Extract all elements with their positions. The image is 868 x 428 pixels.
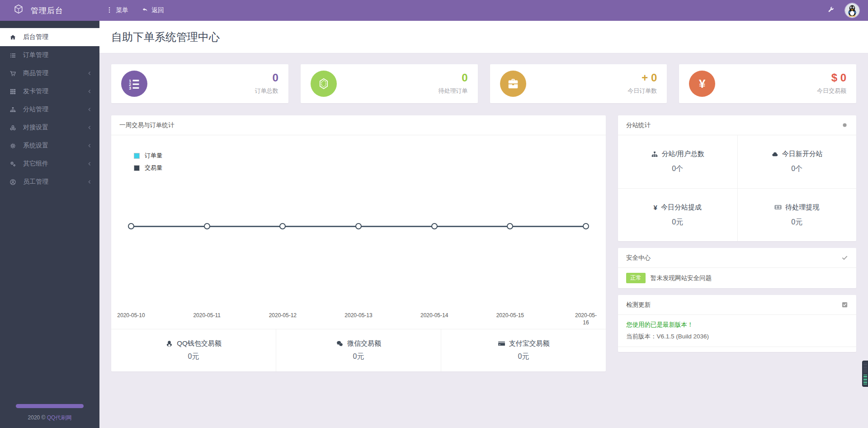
app-title: 管理后台 (31, 5, 63, 16)
menu-button[interactable]: 菜单 (99, 0, 135, 21)
copyright-link[interactable]: QQ代刷网 (47, 414, 72, 421)
payment-cell-0: QQ钱包交易额0元 (111, 329, 276, 371)
sidebar-item-7[interactable]: 其它组件 (0, 155, 99, 173)
payment-value: 0元 (353, 352, 364, 361)
qq-icon (165, 340, 173, 347)
sidebar-item-3[interactable]: 发卡管理 (0, 82, 99, 100)
chart-marker (128, 223, 134, 229)
chart-x-tick: 2020-05-11 (188, 312, 226, 319)
chart-marker (355, 223, 362, 229)
legend-item[interactable]: 订单量 (134, 152, 162, 160)
grid-icon (8, 88, 17, 95)
chart-x-tick: 2020-05-13 (340, 312, 377, 319)
sidebar-item-label: 员工管理 (23, 178, 48, 186)
money-icon (774, 204, 782, 211)
sitemap-icon (651, 151, 658, 158)
security-title: 安全中心 (626, 254, 651, 262)
sidebar-item-label: 后台管理 (23, 33, 48, 41)
wechat-icon (336, 340, 344, 347)
update-panel: 检测更新 您使用的已是最新版本！ 当前版本：V6.1.5 (Build 2036… (618, 295, 856, 352)
stats-row: 1230订单总数0待处理订单+ 0今日订单数¥$ 0今日交易额 (111, 64, 856, 103)
sidebar-item-8[interactable]: 员工管理 (0, 173, 99, 191)
payment-label: 微信交易额 (347, 339, 381, 348)
payment-label: 支付宝交易额 (509, 339, 550, 348)
user-circle-icon (8, 179, 17, 185)
svg-text:3: 3 (129, 86, 131, 90)
gem-icon (311, 71, 337, 97)
substation-label: 分站/用户总数 (662, 150, 704, 158)
sidebar-item-label: 商品管理 (23, 69, 48, 77)
yen-icon: ¥ (654, 204, 657, 211)
main-area: 自助下单系统管理中心 1230订单总数0待处理订单+ 0今日订单数¥$ 0今日交… (99, 21, 868, 428)
chart-marker (279, 223, 286, 229)
substation-cell-2: ¥今日分站提成0元 (618, 188, 737, 241)
stat-label: 待处理订单 (439, 87, 468, 95)
chevron-left-icon (87, 125, 92, 130)
menu-button-label: 菜单 (116, 6, 128, 14)
payment-value: 0元 (518, 352, 529, 361)
briefcase-icon (500, 71, 526, 97)
user-avatar[interactable] (844, 3, 860, 18)
chart-xlabels: 2020-05-102020-05-112020-05-122020-05-13… (131, 307, 586, 329)
stat-label: 订单总数 (255, 87, 278, 95)
cube-icon (14, 4, 24, 17)
activity-bars-green (863, 375, 867, 385)
chevron-left-icon (87, 143, 92, 148)
yen-icon: ¥ (689, 71, 715, 97)
sidebar-item-2[interactable]: 商品管理 (0, 64, 99, 82)
chevron-left-icon (87, 107, 92, 112)
dot-icon (841, 122, 848, 128)
back-button-label: 返回 (151, 6, 164, 14)
sidebar-item-label: 订单管理 (23, 51, 48, 59)
sidebar-item-4[interactable]: 分站管理 (0, 100, 99, 119)
substation-label: 待处理提现 (785, 203, 819, 212)
stat-value: + 0 (627, 72, 657, 83)
security-panel: 安全中心 正常 暂未发现网站安全问题 (618, 248, 856, 288)
back-button[interactable]: 返回 (135, 0, 171, 21)
sidebar-item-6[interactable]: 系统设置 (0, 137, 99, 155)
legend-item[interactable]: 交易量 (134, 164, 162, 172)
sidebar-item-label: 其它组件 (23, 160, 48, 168)
stat-card-1: 0待处理订单 (301, 64, 478, 103)
gear-icon (8, 143, 17, 149)
list-icon (8, 52, 17, 59)
check-icon (841, 254, 848, 261)
sidebar-item-5[interactable]: 对接设置 (0, 119, 99, 137)
circles-icon (8, 124, 17, 131)
sidebar-item-0[interactable]: 后台管理 (0, 28, 99, 46)
chevron-left-icon (87, 179, 92, 185)
chart-plot: 订单量交易量 (131, 135, 586, 307)
chart-title: 一周交易与订单统计 (119, 121, 175, 129)
cloud-icon (771, 151, 778, 158)
substation-grid: 分站/用户总数0个今日新开分站0个¥今日分站提成0元待处理提现0元 (618, 135, 856, 241)
update-version: 当前版本：V6.1.5 (Build 2036) (626, 333, 848, 347)
home-icon (8, 34, 17, 41)
gears-icon (8, 161, 17, 167)
sidebar-item-1[interactable]: 订单管理 (0, 46, 99, 64)
stat-card-0: 1230订单总数 (111, 64, 288, 103)
topbar: 管理后台 菜单 返回 (0, 0, 868, 21)
wrench-icon[interactable] (827, 6, 835, 15)
legend-swatch (134, 165, 140, 171)
chart-x-tick: 2020-05-12 (264, 312, 302, 319)
chart-marker (431, 223, 438, 229)
update-panel-footer (618, 347, 856, 352)
page-title: 自助下单系统管理中心 (111, 30, 220, 44)
legend-label: 交易量 (145, 164, 162, 172)
page-header: 自助下单系统管理中心 (99, 21, 868, 53)
stat-value: $ 0 (817, 72, 846, 83)
reply-icon (142, 7, 148, 14)
sidebar-scroll-pill (16, 404, 84, 408)
status-badge: 正常 (626, 273, 646, 283)
chevron-left-icon (87, 71, 92, 76)
stat-card-2: + 0今日订单数 (490, 64, 667, 103)
substation-value: 0个 (672, 164, 683, 174)
sidebar-item-label: 系统设置 (23, 142, 48, 150)
dots-vertical-icon (106, 7, 113, 14)
activity-widget[interactable] (862, 361, 868, 387)
list-ol-icon: 123 (121, 71, 147, 97)
chart-legend: 订单量交易量 (134, 152, 162, 176)
substation-cell-3: 待处理提现0元 (737, 188, 857, 241)
sidebar-item-label: 对接设置 (23, 124, 48, 132)
security-message: 暂未发现网站安全问题 (651, 274, 712, 282)
